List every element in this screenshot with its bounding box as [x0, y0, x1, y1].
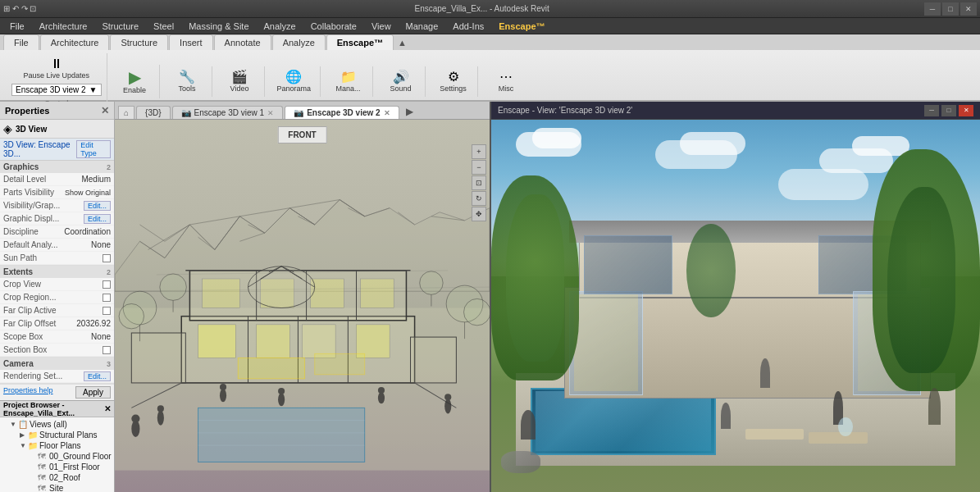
viewport-controls: + − ⊡ ↻ ✥: [472, 144, 486, 221]
ribbon-group-enable: ▶ Enable: [111, 65, 160, 98]
camera-section: Rendering Set... Edit...: [0, 370, 114, 384]
panorama-btn[interactable]: 🌐 Panorama: [273, 68, 316, 95]
zoom-fit-btn[interactable]: ⊡: [472, 175, 486, 190]
enscape-viewport[interactable]: [491, 120, 980, 492]
enscape-title: Enscape - View: 'Enscape 3D view 2': [498, 106, 632, 115]
properties-close-btn[interactable]: ✕: [101, 105, 109, 116]
crop-region-row: Crop Region...: [0, 291, 114, 304]
properties-help-link[interactable]: Properties help: [3, 386, 53, 399]
enscape-maximize[interactable]: □: [941, 105, 956, 116]
visibility-edit-btn[interactable]: Edit...: [84, 201, 111, 211]
zoom-out-btn[interactable]: −: [472, 160, 486, 175]
active-doc-combo[interactable]: Enscape 3D view 2 ▼: [11, 84, 102, 96]
menu-addins[interactable]: Add-Ins: [446, 20, 490, 33]
svg-point-55: [444, 399, 451, 413]
menu-analyze[interactable]: Analyze: [258, 20, 303, 33]
ribbon-tab-insert[interactable]: Insert: [169, 34, 213, 50]
tree-views-all[interactable]: ▼ 📋 Views (all): [0, 419, 114, 430]
browser-title: Project Browser - Enscape_Villa_Ext...: [3, 401, 104, 417]
front-view-btn[interactable]: FRONT: [277, 126, 326, 144]
tree-site[interactable]: 🗺 Site: [0, 483, 114, 492]
person-pool-center: [721, 403, 731, 429]
tree-floor-plans[interactable]: ▼ 📁 Floor Plans: [0, 440, 114, 451]
tree-first-floor[interactable]: 🗺 01_First Floor: [0, 462, 114, 472]
tab-2-close[interactable]: ✕: [384, 109, 390, 117]
rotate-btn[interactable]: ↻: [472, 191, 486, 206]
svg-point-65: [464, 298, 490, 325]
pause-live-updates-btn[interactable]: ⏸ Pause Live Updates: [19, 55, 93, 82]
view-name-label: 3D View: Enscape 3D...: [3, 140, 76, 158]
menu-enscape[interactable]: Enscape™: [492, 20, 551, 33]
tab-scroll-right[interactable]: ▶: [401, 104, 418, 119]
enscape-minimize[interactable]: ─: [924, 105, 939, 116]
tree-structural-plans[interactable]: ▶ 📁 Structural Plans: [0, 430, 114, 440]
svg-point-49: [220, 389, 226, 402]
edit-type-btn[interactable]: Edit Type: [76, 140, 111, 158]
pan-btn[interactable]: ✥: [472, 207, 486, 221]
ribbon-tabs: File Architecture Structure Insert Annot…: [0, 34, 980, 50]
menu-architecture[interactable]: Architecture: [33, 20, 94, 33]
settings-btn[interactable]: ⚙ Settings: [435, 68, 471, 95]
tab-enscape-view2[interactable]: 📷 Enscape 3D view 2 ✕: [285, 106, 399, 119]
tree-ground-floor[interactable]: 🗺 00_Ground Floor: [0, 451, 114, 462]
viewport-3d[interactable]: FRONT + − ⊡ ↻ ✥: [115, 120, 490, 492]
graphic-edit-btn[interactable]: Edit...: [84, 214, 111, 224]
menu-view[interactable]: View: [365, 20, 398, 33]
section-box-checkbox[interactable]: [103, 346, 111, 354]
graphics-section-header[interactable]: Graphics 2: [0, 161, 114, 173]
svg-line-14: [239, 208, 289, 216]
video-btn[interactable]: 🎬 Video: [226, 68, 253, 95]
enscape-close[interactable]: ✕: [959, 105, 973, 116]
browser-close-btn[interactable]: ✕: [104, 404, 111, 413]
ribbon-tab-arch[interactable]: Architecture: [40, 34, 110, 50]
svg-point-59: [131, 421, 139, 437]
ribbon-expand-btn[interactable]: ▲: [398, 38, 407, 50]
far-clip-checkbox[interactable]: [103, 307, 111, 315]
tab-1-close[interactable]: ✕: [267, 109, 274, 117]
ribbon-tab-struct[interactable]: Structure: [110, 34, 168, 50]
video-icon: 🎬: [231, 71, 248, 84]
app-icons: ⊞ ↶ ↷ ⊡: [3, 4, 36, 13]
tab-enscape-view1[interactable]: 📷 Enscape 3D view 1 ✕: [172, 106, 284, 119]
enable-btn[interactable]: ▶ Enable: [119, 66, 150, 97]
ribbon-tab-file[interactable]: File: [3, 34, 39, 50]
menu-manage[interactable]: Manage: [399, 20, 445, 33]
camera-section-header[interactable]: Camera 3: [0, 358, 114, 370]
ribbon-tab-enscape[interactable]: Enscape™: [326, 34, 394, 50]
menu-massing[interactable]: Massing & Site: [182, 20, 255, 33]
discipline-row: Discipline Coordination: [0, 226, 114, 239]
zoom-in-btn[interactable]: +: [472, 144, 486, 159]
svg-point-56: [444, 394, 451, 400]
visibility-row: Visibility/Grap... Edit...: [0, 199, 114, 212]
menu-structure[interactable]: Structure: [95, 20, 145, 33]
tab-3d[interactable]: {3D}: [136, 106, 170, 119]
sun-path-checkbox[interactable]: [103, 254, 111, 262]
tree-roof[interactable]: 🗺 02_Roof: [0, 472, 114, 483]
ribbon-tab-annotate[interactable]: Annotate: [214, 34, 271, 50]
minimize-button[interactable]: ─: [924, 2, 941, 16]
active-doc-value: Enscape 3D view 2: [16, 85, 86, 94]
crop-region-checkbox[interactable]: [103, 294, 111, 302]
menu-steel[interactable]: Steel: [147, 20, 180, 33]
misc-btn[interactable]: ⋯ Misc: [495, 68, 518, 95]
maximize-button[interactable]: □: [942, 2, 959, 16]
properties-panel: Properties ✕ ◈ 3D View 3D View: Enscape …: [0, 102, 115, 492]
interior-light-left: [574, 294, 637, 391]
close-button[interactable]: ✕: [960, 2, 977, 16]
rendering-edit-btn[interactable]: Edit...: [84, 371, 111, 381]
tab-home[interactable]: ⌂: [118, 106, 134, 119]
manage-btn[interactable]: 📁 Mana...: [332, 68, 365, 95]
apply-button[interactable]: Apply: [75, 386, 111, 399]
sound-btn[interactable]: 🔊 Sound: [386, 68, 416, 95]
ribbon-tab-analyze[interactable]: Analyze: [272, 34, 326, 50]
menu-file[interactable]: File: [3, 20, 31, 33]
svg-rect-38: [257, 325, 290, 358]
crop-view-checkbox[interactable]: [103, 280, 111, 289]
menu-collaborate[interactable]: Collaborate: [304, 20, 363, 33]
ribbon-group-settings: ⚙ Settings: [429, 66, 478, 97]
extents-section-header[interactable]: Extents 2: [0, 266, 114, 278]
ribbon-group-tools: 🔧 Tools: [163, 66, 212, 97]
svg-point-57: [157, 410, 164, 425]
tools-btn[interactable]: 🔧 Tools: [175, 68, 200, 95]
graphic-disp-row: Graphic Displ... Edit...: [0, 212, 114, 226]
